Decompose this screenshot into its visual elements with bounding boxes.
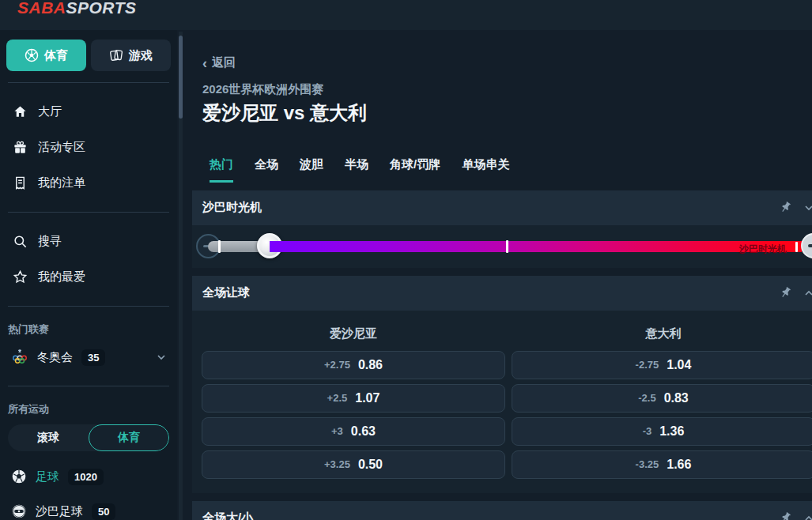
odds-button-home[interactable]: +2.75 0.86: [202, 351, 505, 379]
handicap-value: +2.5: [327, 392, 348, 404]
panel-header: 全场大/小: [192, 501, 812, 520]
handicap-value: -2.75: [636, 359, 659, 371]
panel-header: 沙巴时光机: [192, 190, 812, 225]
slider-tick: [218, 240, 221, 253]
panel-title: 全场大/小: [202, 511, 253, 520]
slider-plus-button[interactable]: [801, 233, 812, 258]
mode-tab-games[interactable]: 游戏: [91, 40, 171, 71]
back-button[interactable]: ‹ 返回: [202, 55, 236, 70]
slider-track-future[interactable]: [270, 241, 802, 252]
hot-leagues-title: 热门联赛: [6, 318, 171, 340]
soccer-ball-icon: [25, 48, 39, 62]
chevron-expand-icon[interactable]: [803, 512, 812, 520]
sport-label: 足球: [36, 469, 59, 484]
panel-handicap: 全场让球 爱沙尼亚 意大利 +2.75 0.86: [192, 276, 812, 493]
mode-tab-sports[interactable]: 体育: [6, 40, 86, 71]
pin-icon[interactable]: [779, 201, 792, 214]
pin-icon[interactable]: [779, 286, 792, 300]
top-bar: SABASPORTS: [0, 0, 812, 30]
chevron-expand-icon[interactable]: [803, 287, 812, 300]
chevron-collapse-icon[interactable]: [803, 202, 812, 214]
all-sports-title: 所有运动: [6, 398, 171, 420]
home-icon: [13, 104, 28, 119]
odds-button-away[interactable]: -3.25 1.66: [512, 450, 812, 479]
handicap-value: +3.25: [324, 458, 350, 470]
sidebar-item-label: 我的最爱: [38, 269, 85, 284]
handicap-value: +3: [331, 425, 343, 437]
panel-title: 全场让球: [202, 285, 250, 300]
sidebar-scrollbar-thumb[interactable]: [179, 36, 183, 119]
sidebar-item-label: 搜寻: [38, 234, 62, 249]
odds-button-away[interactable]: -2.75 1.04: [512, 351, 812, 379]
handicap-value: +2.75: [324, 359, 350, 371]
pin-icon[interactable]: [779, 511, 792, 520]
logo-text-sports: SPORTS: [66, 0, 137, 17]
sidebar-item-saba-soccer[interactable]: 沙巴足球 50: [6, 494, 171, 520]
market-tabs: 热门 全场 波胆 半场 角球/罚牌 单场串关: [210, 157, 812, 183]
handicap-value: -2.5: [638, 392, 655, 404]
slider-tick: [506, 240, 508, 253]
main-content: ‹ 返回 2026世界杯欧洲外围赛 爱沙尼亚 vs 意大利 热门 全场 波胆 半…: [192, 30, 812, 520]
toggle-prematch[interactable]: 体育: [89, 424, 169, 451]
odds-button-away[interactable]: -3 1.36: [512, 417, 812, 446]
sidebar-item-my-bets[interactable]: 我的注单: [6, 165, 171, 201]
odds-row: +3.25 0.50 -3.25 1.66: [202, 450, 812, 479]
logo-text-saba: SABA: [17, 0, 66, 17]
odds-button-home[interactable]: +3 0.63: [202, 417, 505, 446]
mode-tab-label: 体育: [44, 48, 68, 63]
cards-icon: [109, 48, 123, 62]
odds-row: +2.75 0.86 -2.75 1.04: [202, 351, 812, 379]
tab-full-time[interactable]: 全场: [255, 157, 278, 183]
league-count-badge: 35: [81, 349, 105, 366]
soccer-ball-icon: [11, 469, 27, 484]
tab-hot[interactable]: 热门: [210, 157, 233, 183]
sidebar-mode-tabs: 体育 游戏: [6, 40, 171, 71]
odds-value: 0.50: [358, 458, 383, 472]
receipt-icon: [13, 175, 28, 190]
sidebar-item-favorites[interactable]: 我的最爱: [6, 259, 171, 295]
sidebar-item-label: 大厅: [38, 104, 62, 119]
handicap-value: -3.25: [636, 458, 659, 470]
match-title: 爱沙尼亚 vs 意大利: [202, 100, 812, 126]
toggle-live[interactable]: 滚球: [8, 424, 89, 451]
chevron-down-icon[interactable]: [155, 351, 168, 364]
olympic-rings-icon: [11, 349, 28, 366]
divider: [8, 306, 169, 307]
sport-count-badge: 1020: [68, 469, 104, 485]
odds-button-away[interactable]: -2.5 0.83: [512, 384, 812, 413]
away-team-header: 意大利: [512, 315, 812, 351]
sidebar-item-football[interactable]: 足球 1020: [6, 459, 171, 494]
home-team-header: 爱沙尼亚: [202, 315, 505, 351]
odds-value: 1.66: [667, 458, 691, 472]
divider: [8, 386, 169, 386]
odds-button-home[interactable]: +3.25 0.50: [202, 450, 505, 479]
time-machine-slider: 沙巴时光机: [192, 225, 812, 268]
panel-header: 全场让球: [192, 276, 812, 311]
sidebar-item-search[interactable]: 搜寻: [6, 224, 171, 259]
sidebar-item-promotions[interactable]: 活动专区: [6, 130, 171, 165]
team-header-row: 爱沙尼亚 意大利: [202, 315, 812, 351]
sidebar: 体育 游戏 大厅 活动专区 我的注单 搜寻: [0, 30, 177, 520]
odds-value: 1.07: [355, 391, 380, 405]
divider: [8, 82, 169, 83]
tab-correct-score[interactable]: 波胆: [300, 157, 323, 183]
sport-count-badge: 50: [92, 503, 115, 520]
star-icon: [13, 269, 28, 284]
odds-value: 1.04: [667, 358, 691, 372]
handicap-value: -3: [643, 425, 652, 437]
odds-value: 0.63: [351, 424, 376, 439]
divider: [8, 212, 169, 213]
sidebar-item-lobby[interactable]: 大厅: [6, 94, 171, 130]
odds-value: 0.83: [664, 391, 689, 405]
tab-half-time[interactable]: 半场: [345, 157, 368, 183]
panel-title: 沙巴时光机: [202, 200, 262, 215]
slider-end-label: 沙巴时光机: [739, 243, 787, 256]
sidebar-item-label: 我的注单: [38, 175, 85, 190]
sidebar-item-winter-olympics[interactable]: 冬奥会 35: [6, 340, 171, 375]
mode-tab-label: 游戏: [129, 48, 153, 63]
tab-single-parlay[interactable]: 单场串关: [462, 157, 509, 183]
panel-time-machine: 沙巴时光机 沙巴时光机: [192, 190, 812, 268]
odds-button-home[interactable]: +2.5 1.07: [202, 384, 505, 413]
saba-sports-logo[interactable]: SABASPORTS: [17, 0, 136, 17]
tab-corners-cards[interactable]: 角球/罚牌: [390, 157, 440, 183]
